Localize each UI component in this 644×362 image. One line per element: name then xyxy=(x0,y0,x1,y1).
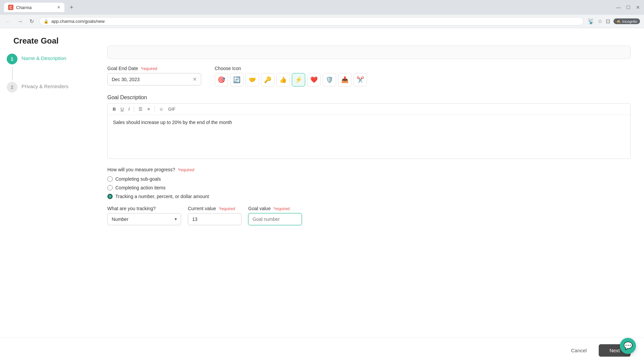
step-2-label[interactable]: Privacy & Reminders xyxy=(21,82,68,89)
date-clear-button[interactable]: ✕ xyxy=(193,76,197,82)
split-screen-icon[interactable]: ⊡ xyxy=(606,18,610,24)
step-2-circle: 2 xyxy=(7,82,17,93)
incognito-icon: 🕵 xyxy=(616,19,621,23)
cast-icon: 📡 xyxy=(588,18,594,24)
radio-group: Completing sub-goals Completing action i… xyxy=(107,176,631,199)
goal-end-date-input[interactable]: Dec 30, 2023 ✕ xyxy=(107,73,201,85)
gif-button[interactable]: GIF xyxy=(166,106,177,113)
current-value-required: *required xyxy=(219,206,235,211)
icon-btn-5[interactable]: ⚡ xyxy=(292,73,305,86)
page-title: Create Goal xyxy=(13,36,631,46)
app-container: Create Goal 1 Name & Description 2 xyxy=(0,28,644,362)
icon-row: 🎯 🔄 🤝 🔑 👍 ⚡ ❤️ 🛡️ 📥 ✂️ xyxy=(215,73,367,86)
radio-tracking[interactable]: Tracking a number, percent, or dollar am… xyxy=(107,194,631,199)
sidebar: 1 Name & Description 2 Privacy & Reminde… xyxy=(0,46,94,337)
back-button[interactable]: ← xyxy=(4,17,12,26)
goal-value-label: Goal value *required xyxy=(248,206,302,211)
tab-title: Charma xyxy=(16,5,32,10)
browser-chrome: C Charma ✕ + — ☐ ✕ ← → ↻ 🔒 app.charma.co… xyxy=(0,0,644,28)
incognito-badge: 🕵 Incognito xyxy=(613,18,640,24)
step-1-label[interactable]: Name & Description xyxy=(21,54,66,61)
radio-sub-goals[interactable]: Completing sub-goals xyxy=(107,176,631,182)
step-connector xyxy=(12,67,13,80)
restore-button[interactable]: ☐ xyxy=(626,5,631,10)
tab-close-button[interactable]: ✕ xyxy=(57,5,60,10)
window-controls: — ☐ ✕ xyxy=(616,5,640,10)
refresh-button[interactable]: ↻ xyxy=(28,17,35,26)
what-tracking-group: What are you tracking? Number Percent Do… xyxy=(107,206,181,225)
cancel-button[interactable]: Cancel xyxy=(563,344,595,357)
ordered-list-button[interactable]: ≡ xyxy=(146,106,152,113)
goal-description-content[interactable]: Sales should increase up to 20% by the e… xyxy=(108,115,630,159)
tracking-row: What are you tracking? Number Percent Do… xyxy=(107,206,631,225)
italic-button[interactable]: I xyxy=(127,106,131,113)
progress-label: How will you measure progress? *required xyxy=(107,167,631,172)
tracking-select[interactable]: Number Percent Dollar Amount xyxy=(107,213,181,225)
progress-required: *required xyxy=(178,168,194,172)
choose-icon-label: Choose Icon xyxy=(215,66,367,71)
new-tab-button[interactable]: + xyxy=(67,4,76,11)
goal-end-date-label: Goal End Date *required xyxy=(107,66,201,71)
tab-favicon: C xyxy=(8,5,13,10)
goal-value-required: *required xyxy=(273,206,290,211)
url-text: app.charma.com/goals/new xyxy=(51,19,105,24)
tracking-select-wrapper: Number Percent Dollar Amount ▼ xyxy=(107,213,181,225)
date-icon-row: Goal End Date *required Dec 30, 2023 ✕ C… xyxy=(107,66,631,86)
address-bar: ← → ↻ 🔒 app.charma.com/goals/new 📡 ☆ ⊡ 🕵… xyxy=(0,15,644,28)
bookmark-icon[interactable]: ☆ xyxy=(598,18,602,24)
radio-action-items-input[interactable] xyxy=(107,185,113,190)
icon-btn-7[interactable]: 🛡️ xyxy=(323,73,336,86)
chat-widget-button[interactable]: 💬 xyxy=(620,338,636,354)
footer-actions: Cancel Next xyxy=(0,337,644,362)
progress-section: How will you measure progress? *required… xyxy=(107,167,631,225)
current-value-input[interactable] xyxy=(188,213,241,225)
sidebar-step-2: 2 Privacy & Reminders xyxy=(7,82,87,93)
toolbar-sep-2 xyxy=(154,106,155,112)
current-value-group: Current value *required xyxy=(188,206,241,225)
icon-btn-0[interactable]: 🎯 xyxy=(215,73,228,86)
emoji-button[interactable]: ☺ xyxy=(157,106,165,113)
minimize-button[interactable]: — xyxy=(616,5,621,10)
browser-titlebar: C Charma ✕ + — ☐ ✕ xyxy=(0,0,644,15)
goal-end-date-group: Goal End Date *required Dec 30, 2023 ✕ xyxy=(107,66,201,85)
icon-btn-1[interactable]: 🔄 xyxy=(230,73,244,86)
icon-btn-8[interactable]: 📥 xyxy=(338,73,352,86)
icon-btn-6[interactable]: ❤️ xyxy=(307,73,321,86)
date-value: Dec 30, 2023 xyxy=(112,77,140,82)
choose-icon-group: Choose Icon 🎯 🔄 🤝 🔑 👍 ⚡ ❤️ 🛡️ 📥 ✂️ xyxy=(215,66,367,86)
goal-end-date-required: *required xyxy=(141,66,157,71)
step-1-circle: 1 xyxy=(7,54,17,64)
icon-btn-4[interactable]: 👍 xyxy=(276,73,290,86)
forward-button[interactable]: → xyxy=(16,17,24,26)
bullet-list-button[interactable]: ☰ xyxy=(137,106,144,113)
incognito-label: Incognito xyxy=(622,19,637,23)
icon-btn-3[interactable]: 🔑 xyxy=(261,73,274,86)
radio-action-items[interactable]: Completing action items xyxy=(107,185,631,190)
icon-btn-2[interactable]: 🤝 xyxy=(246,73,259,86)
radio-tracking-input[interactable] xyxy=(107,194,113,199)
radio-sub-goals-input[interactable] xyxy=(107,176,113,182)
chat-icon: 💬 xyxy=(624,342,633,350)
goal-value-group: Goal value *required xyxy=(248,206,302,225)
goal-description-label: Goal Description xyxy=(107,95,631,101)
close-button[interactable]: ✕ xyxy=(636,5,640,10)
browser-actions: 📡 ☆ ⊡ 🕵 Incognito xyxy=(588,18,640,24)
lock-icon: 🔒 xyxy=(44,19,49,24)
icon-btn-9[interactable]: ✂️ xyxy=(354,73,367,86)
editor-toolbar: B U I ☰ ≡ ☺ GIF xyxy=(108,104,630,115)
current-value-label: Current value *required xyxy=(188,206,241,211)
main-layout: 1 Name & Description 2 Privacy & Reminde… xyxy=(0,46,644,337)
toolbar-sep-1 xyxy=(134,106,134,112)
content-area: Goal End Date *required Dec 30, 2023 ✕ C… xyxy=(94,46,644,337)
goal-value-input[interactable] xyxy=(248,213,302,225)
browser-tab[interactable]: C Charma ✕ xyxy=(4,3,64,12)
bold-button[interactable]: B xyxy=(111,106,117,113)
url-bar[interactable]: 🔒 app.charma.com/goals/new xyxy=(39,17,584,25)
underline-button[interactable]: U xyxy=(119,106,125,113)
what-tracking-label: What are you tracking? xyxy=(107,206,181,211)
sidebar-step-1: 1 Name & Description xyxy=(7,54,87,64)
top-cutoff-area xyxy=(107,46,631,59)
goal-description-editor[interactable]: B U I ☰ ≡ ☺ GIF Sales should increase up… xyxy=(107,103,631,159)
page-header: Create Goal xyxy=(0,28,644,46)
